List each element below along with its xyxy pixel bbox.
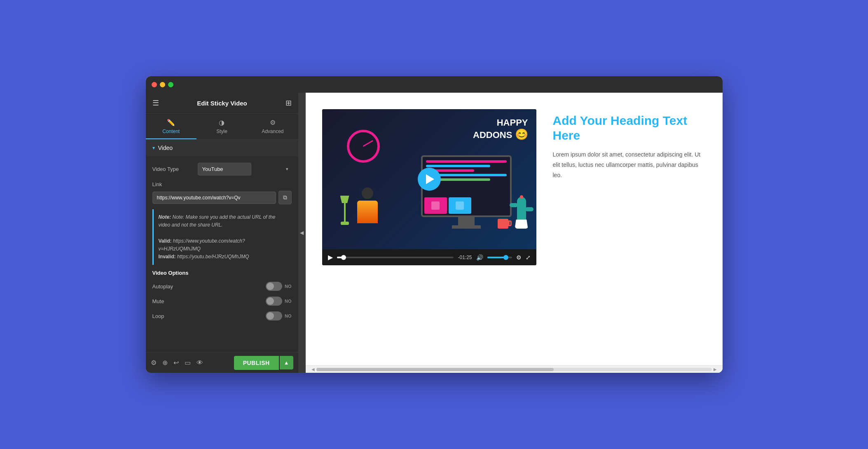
person-head: [362, 187, 373, 199]
monitor: [421, 155, 512, 229]
content-section: HAPPY ADDONS 😊: [306, 93, 723, 365]
toolbar-right: PUBLISH ▲: [234, 356, 293, 370]
hamburger-icon[interactable]: ☰: [152, 98, 159, 108]
gear-icon: ⚙: [270, 119, 276, 126]
card-inner: [456, 201, 464, 210]
sidebar-title: Edit Sticky Video: [197, 100, 247, 107]
desk-scene: [339, 187, 380, 224]
scrollbar-track[interactable]: [316, 368, 712, 371]
pencil-icon: ✏️: [167, 119, 175, 126]
play-icon: [426, 174, 434, 184]
scroll-right-arrow[interactable]: ▶: [712, 367, 718, 372]
clock-circle: [347, 130, 380, 163]
tab-content[interactable]: ✏️ Content: [146, 114, 197, 139]
preview-heading: Add Your Heading Text Here: [553, 113, 706, 143]
ha-logo-line2: ADDONS: [473, 130, 512, 140]
scrollbar-area: ◀ ▶: [306, 365, 723, 373]
note-box: Note: Note: Make sure you add the actual…: [152, 209, 292, 265]
lamp: [339, 196, 351, 224]
note-label: Note:: [159, 214, 171, 220]
ha-logo-line1: HAPPY: [497, 117, 528, 128]
maximize-button[interactable]: [168, 82, 173, 87]
progress-dot: [341, 255, 346, 260]
history-icon[interactable]: ↩: [173, 359, 179, 367]
publish-dropdown-button[interactable]: ▲: [280, 356, 293, 369]
tab-advanced[interactable]: ⚙ Advanced: [247, 114, 298, 139]
minimize-button[interactable]: [160, 82, 165, 87]
mute-toggle-wrapper: NO: [266, 297, 292, 306]
card-inner: [431, 201, 440, 210]
play-pause-button[interactable]: ▶: [328, 253, 333, 261]
loop-row: Loop NO: [152, 311, 292, 320]
autoplay-row: Autoplay NO: [152, 282, 292, 291]
video-thumbnail[interactable]: HAPPY ADDONS 😊: [322, 109, 536, 249]
collapse-handle[interactable]: ◀: [298, 93, 306, 373]
screen-card: [424, 197, 447, 214]
collapse-arrow-icon: ◀: [300, 230, 304, 236]
mute-label: Mute: [152, 298, 266, 304]
scrollbar-thumb: [316, 368, 554, 371]
mute-toggle[interactable]: [266, 297, 282, 306]
volume-bar[interactable]: [487, 257, 512, 258]
valid-url: https://www.youtube.com/watch?v=HJRzUQMh…: [159, 238, 245, 252]
settings-icon[interactable]: ⚙: [516, 254, 522, 261]
traffic-lights: [152, 82, 173, 87]
panel-content: ▾ Video Video Type YouTube Vimeo Self Ho…: [146, 140, 298, 333]
volume-dot: [503, 255, 508, 260]
grid-icon[interactable]: ⊞: [285, 98, 292, 108]
volume-icon[interactable]: 🔊: [476, 254, 483, 261]
layers-icon[interactable]: ⊕: [162, 359, 168, 367]
video-section-header[interactable]: ▾ Video: [146, 140, 298, 156]
volume-fill: [487, 257, 505, 258]
autoplay-label: Autoplay: [152, 283, 266, 290]
section-body: Video Type YouTube Vimeo Self Hosted ▾: [146, 156, 298, 333]
link-input-row: ⧉: [152, 191, 292, 204]
view-icon[interactable]: 👁: [197, 359, 203, 367]
preview-area: HAPPY ADDONS 😊: [306, 93, 723, 373]
titlebar: [146, 76, 723, 93]
lamp-head: [340, 196, 349, 203]
video-type-row: Video Type YouTube Vimeo Self Hosted ▾: [152, 163, 292, 175]
lamp-base: [341, 222, 349, 225]
person: [355, 187, 380, 224]
video-options-title: Video Options: [152, 270, 292, 276]
tab-advanced-label: Advanced: [262, 129, 283, 134]
link-input[interactable]: [152, 192, 276, 204]
ha-logo: HAPPY ADDONS 😊: [473, 117, 528, 141]
fullscreen-icon[interactable]: ⤢: [526, 254, 531, 261]
main-area: ☰ Edit Sticky Video ⊞ ✏️ Content ◑ Style…: [146, 93, 723, 373]
tabs: ✏️ Content ◑ Style ⚙ Advanced: [146, 114, 298, 140]
chevron-down-icon: ▾: [286, 166, 288, 172]
settings-icon[interactable]: ⚙: [151, 359, 157, 367]
tab-style-label: Style: [216, 129, 227, 134]
mute-state: NO: [285, 299, 292, 304]
close-button[interactable]: [152, 82, 157, 87]
text-content: Add Your Heading Text Here Lorem ipsum d…: [553, 109, 706, 181]
play-button[interactable]: [418, 168, 441, 191]
progress-bar[interactable]: [337, 257, 454, 258]
responsive-icon[interactable]: ▭: [185, 359, 191, 367]
publish-button[interactable]: PUBLISH: [234, 356, 279, 370]
autoplay-toggle[interactable]: [266, 282, 282, 291]
invalid-label: Invalid:: [159, 254, 176, 260]
autoplay-toggle-wrapper: NO: [266, 282, 292, 291]
video-type-select[interactable]: YouTube Vimeo Self Hosted: [198, 163, 251, 175]
preview-body: Lorem ipsum dolor sit amet, consectetur …: [553, 150, 706, 181]
tab-style[interactable]: ◑ Style: [197, 114, 247, 139]
cactus-arm-left: [510, 203, 518, 207]
link-row: Link ⧉: [152, 181, 292, 204]
scroll-left-arrow[interactable]: ◀: [310, 367, 316, 372]
loop-toggle[interactable]: [266, 311, 282, 320]
video-type-select-wrapper: YouTube Vimeo Self Hosted ▾: [198, 163, 292, 175]
lamp-pole: [344, 203, 346, 222]
video-scene: HAPPY ADDONS 😊: [322, 109, 536, 249]
monitor-stand: [458, 217, 475, 225]
preview-content: HAPPY ADDONS 😊: [306, 93, 723, 373]
video-controls: ▶ -01:25 🔊 ⚙ ⤢: [322, 249, 536, 265]
cactus: [515, 197, 528, 229]
cactus-dot: [520, 195, 523, 199]
copy-button[interactable]: ⧉: [278, 191, 292, 204]
coffee-mug: [498, 219, 508, 229]
person-body: [357, 201, 378, 223]
autoplay-state: NO: [285, 284, 292, 289]
